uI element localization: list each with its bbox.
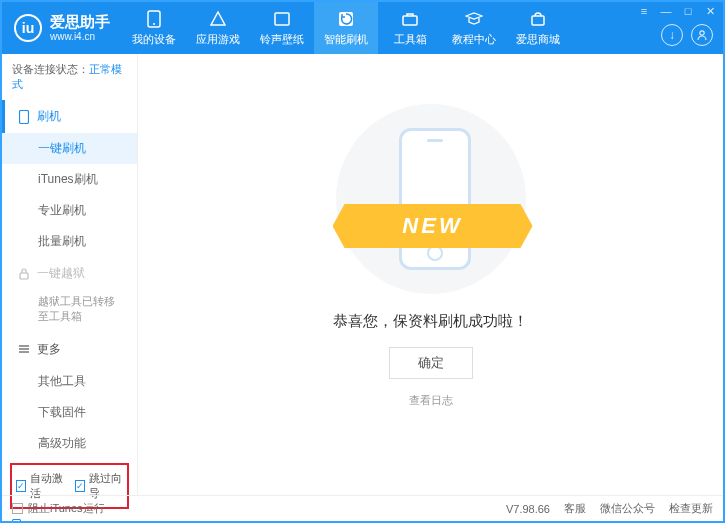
- tab-flash[interactable]: 智能刷机: [314, 2, 378, 54]
- logo: iu 爱思助手 www.i4.cn: [2, 14, 122, 42]
- sidebar-item-download[interactable]: 下载固件: [2, 397, 137, 428]
- body: 设备连接状态：正常模式 刷机 一键刷机 iTunes刷机 专业刷机 批量刷机: [2, 54, 723, 495]
- block-itunes-checkbox[interactable]: 阻止iTunes运行: [12, 501, 105, 516]
- main-panel: NEW 恭喜您，保资料刷机成功啦！ 确定 查看日志: [138, 54, 723, 495]
- check-icon: ✓: [16, 480, 26, 492]
- minimize-icon[interactable]: —: [659, 4, 673, 18]
- sidebar-item-advanced[interactable]: 高级功能: [2, 428, 137, 459]
- checkbox-label: 阻止iTunes运行: [28, 501, 105, 516]
- sidebar-head-flash[interactable]: 刷机: [2, 100, 137, 133]
- phone-icon: [399, 128, 471, 270]
- nav-tabs: 我的设备 应用游戏 铃声壁纸 智能刷机: [122, 2, 570, 54]
- ok-button[interactable]: 确定: [389, 347, 473, 379]
- tab-label: 应用游戏: [196, 32, 240, 47]
- download-icon[interactable]: ↓: [661, 24, 683, 46]
- device-status: 设备连接状态：正常模式: [2, 54, 137, 100]
- svg-point-1: [153, 23, 155, 25]
- close-icon[interactable]: ✕: [703, 4, 717, 18]
- tab-tutorial[interactable]: 教程中心: [442, 2, 506, 54]
- user-icon[interactable]: [691, 24, 713, 46]
- view-log-link[interactable]: 查看日志: [409, 393, 453, 408]
- phone-icon: [17, 110, 31, 124]
- sidebar-head-more[interactable]: 更多: [2, 333, 137, 366]
- tutorial-icon: [465, 10, 483, 28]
- logo-icon: iu: [14, 14, 42, 42]
- svg-point-6: [700, 31, 704, 35]
- footer-link-update[interactable]: 检查更新: [669, 501, 713, 516]
- sidebar-item-pro[interactable]: 专业刷机: [2, 195, 137, 226]
- sidebar-label: 刷机: [37, 108, 61, 125]
- status-bar: 阻止iTunes运行 V7.98.66 客服 微信公众号 检查更新: [2, 495, 723, 521]
- tab-store[interactable]: 爱思商城: [506, 2, 570, 54]
- tab-tools[interactable]: 工具箱: [378, 2, 442, 54]
- success-illustration: NEW: [321, 104, 541, 294]
- svg-rect-4: [403, 16, 417, 25]
- tab-my-device[interactable]: 我的设备: [122, 2, 186, 54]
- phone-icon: [145, 10, 163, 28]
- apps-icon: [209, 10, 227, 28]
- tab-label: 爱思商城: [516, 32, 560, 47]
- success-message: 恭喜您，保资料刷机成功啦！: [333, 312, 528, 331]
- footer-link-wechat[interactable]: 微信公众号: [600, 501, 655, 516]
- app-window: iu 爱思助手 www.i4.cn 我的设备 应用游戏: [0, 0, 725, 523]
- window-controls: ≡ — □ ✕: [637, 4, 717, 18]
- toolbox-icon: [401, 10, 419, 28]
- sidebar-label: 更多: [37, 341, 61, 358]
- store-icon: [529, 10, 547, 28]
- sidebar-item-itunes[interactable]: iTunes刷机: [2, 164, 137, 195]
- lock-icon: [17, 267, 31, 281]
- check-icon: ✓: [75, 480, 85, 492]
- title-bar: iu 爱思助手 www.i4.cn 我的设备 应用游戏: [2, 2, 723, 54]
- svg-rect-8: [20, 273, 28, 279]
- sidebar: 设备连接状态：正常模式 刷机 一键刷机 iTunes刷机 专业刷机 批量刷机: [2, 54, 138, 495]
- menu-icon[interactable]: ≡: [637, 4, 651, 18]
- tab-label: 铃声壁纸: [260, 32, 304, 47]
- sidebar-head-jailbreak: 一键越狱: [2, 257, 137, 290]
- tab-label: 我的设备: [132, 32, 176, 47]
- sidebar-item-batch[interactable]: 批量刷机: [2, 226, 137, 257]
- titlebar-actions: ↓: [661, 24, 713, 46]
- svg-rect-5: [532, 16, 544, 25]
- sidebar-item-onekey[interactable]: 一键刷机: [2, 133, 137, 164]
- version-label: V7.98.66: [506, 503, 550, 515]
- more-icon: [17, 342, 31, 356]
- tab-label: 教程中心: [452, 32, 496, 47]
- flash-icon: [337, 10, 355, 28]
- checkbox-icon: [12, 503, 23, 514]
- tab-label: 工具箱: [394, 32, 427, 47]
- sidebar-item-other[interactable]: 其他工具: [2, 366, 137, 397]
- footer-link-support[interactable]: 客服: [564, 501, 586, 516]
- wallpaper-icon: [273, 10, 291, 28]
- device-status-label: 设备连接状态：: [12, 63, 89, 75]
- svg-rect-2: [275, 13, 289, 25]
- tab-label: 智能刷机: [324, 32, 368, 47]
- tab-ringtone[interactable]: 铃声壁纸: [250, 2, 314, 54]
- app-url: www.i4.cn: [50, 31, 110, 42]
- maximize-icon[interactable]: □: [681, 4, 695, 18]
- app-name: 爱思助手: [50, 14, 110, 31]
- svg-rect-7: [20, 110, 29, 123]
- new-ribbon: NEW: [333, 204, 533, 248]
- sidebar-label: 一键越狱: [37, 265, 85, 282]
- jailbreak-note: 越狱工具已转移至工具箱: [2, 290, 137, 333]
- tab-apps[interactable]: 应用游戏: [186, 2, 250, 54]
